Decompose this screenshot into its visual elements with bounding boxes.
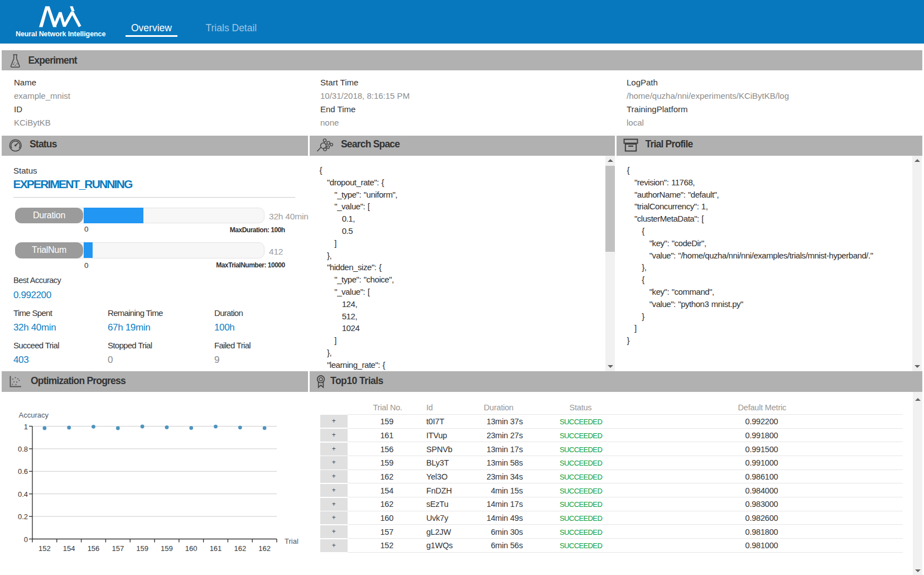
svg-text:0: 0 <box>24 535 28 544</box>
svg-text:0.6: 0.6 <box>18 467 28 476</box>
svg-text:159: 159 <box>161 544 173 553</box>
svg-text:0.2: 0.2 <box>18 512 28 521</box>
svg-text:152: 152 <box>38 544 51 553</box>
svg-text:0.4: 0.4 <box>18 490 28 499</box>
svg-text:162: 162 <box>234 544 246 553</box>
svg-text:0.8: 0.8 <box>18 445 28 453</box>
svg-text:154: 154 <box>63 544 75 553</box>
svg-text:156: 156 <box>88 544 100 553</box>
svg-text:Accuracy: Accuracy <box>19 411 49 419</box>
svg-text:1: 1 <box>24 423 28 431</box>
svg-text:161: 161 <box>210 544 222 553</box>
svg-text:Trial: Trial <box>285 537 299 545</box>
svg-text:159: 159 <box>136 544 148 553</box>
svg-text:160: 160 <box>185 544 198 553</box>
svg-text:162: 162 <box>258 544 271 553</box>
svg-text:157: 157 <box>112 544 124 553</box>
